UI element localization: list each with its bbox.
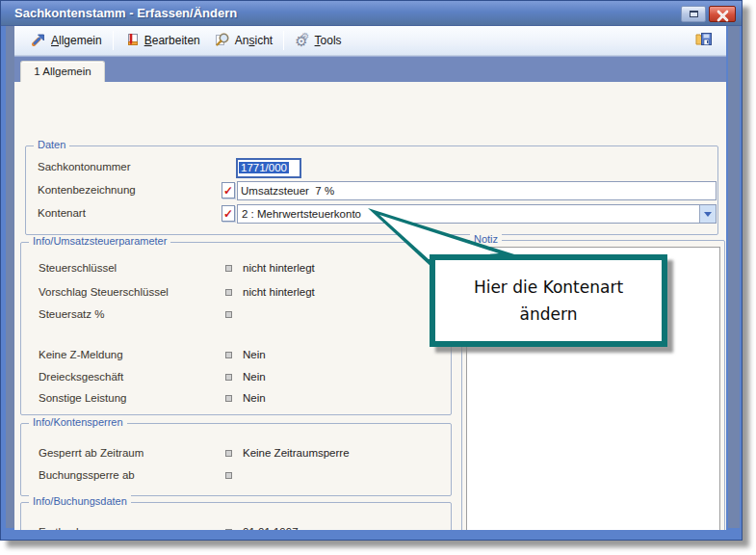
restore-icon — [690, 11, 698, 17]
label-kontenbezeichnung: Kontenbezeichnung — [38, 184, 136, 196]
group-buchungsdaten: Info/Buchungsdaten Erstbuchung am 01.01.… — [20, 502, 452, 530]
toolbar-separator — [283, 31, 284, 50]
group-umsatzsteuerparameter: Info/Umsatzsteuerparameter Steuerschlüss… — [20, 242, 452, 415]
bullet-icon — [225, 311, 232, 318]
gears-icon: ⚙⚙ — [295, 34, 309, 48]
row-label: Erstbuchung am — [39, 526, 119, 530]
toolbar-item-bearbeiten[interactable]: Bearbeiten — [117, 29, 207, 53]
sachkontonummer-input[interactable]: 1771/000 — [236, 158, 301, 178]
row-label: Sonstige Leistung — [39, 392, 126, 404]
row-label: Gesperrt ab Zeitraum — [39, 447, 143, 459]
bullet-icon — [225, 450, 232, 457]
titlebar: Sachkontenstamm - Erfassen/Ändern — [1, 1, 742, 26]
toolbar-item-allgemein[interactable]: Allgemein — [24, 29, 109, 53]
toolbar-item-label: Bearbeiten — [144, 34, 200, 47]
row-value: Nein — [243, 392, 266, 404]
toolbar-item-label: Ansicht — [235, 34, 273, 47]
bullet-icon — [225, 395, 232, 402]
group-daten-title: Daten — [34, 139, 69, 150]
client-area: Allgemein Bearbeiten — [14, 26, 726, 530]
restore-button[interactable] — [681, 6, 706, 22]
group-kontensperren: Info/Kontensperren Gesperrt ab Zeitraum … — [20, 423, 452, 496]
kontenart-dropdown-button[interactable] — [699, 205, 716, 223]
toolbar-separator — [113, 31, 114, 50]
kontenbezeichnung-input[interactable]: Umsatzsteuer 7 % — [237, 181, 717, 200]
kontenart-value: 2 : Mehrwertsteuerkonto — [242, 205, 361, 223]
close-icon — [717, 9, 729, 21]
group-notiz-title: Notiz — [470, 233, 502, 245]
group-kontensperren-title: Info/Kontensperren — [29, 416, 127, 428]
row-label: Keine Z-Meldung — [39, 349, 123, 360]
window-title: Sachkontenstamm - Erfassen/Ändern — [14, 6, 237, 20]
chevron-down-icon — [704, 212, 712, 217]
sachkontonummer-value: 1771/000 — [239, 162, 289, 173]
toolbar-item-label: Tools — [315, 34, 342, 47]
bullet-icon — [225, 265, 232, 272]
row-value: 01.01.1997 — [243, 526, 299, 530]
group-umsatzsteuerparameter-title: Info/Umsatzsteuerparameter — [29, 235, 170, 247]
tab-allgemein[interactable]: 1 Allgemein — [20, 61, 105, 82]
tabstrip: 1 Allgemein — [14, 56, 726, 82]
magnifier-icon — [214, 32, 230, 50]
save-button[interactable] — [692, 28, 715, 54]
nav-arrow-icon — [31, 32, 46, 50]
toolbar-item-ansicht[interactable]: Ansicht — [207, 29, 279, 53]
callout-text-line1: Hier die Kontenart — [474, 278, 623, 297]
label-kontenart: Kontenart — [38, 207, 86, 219]
bullet-icon — [225, 529, 232, 530]
check-icon: ✓ — [222, 182, 235, 198]
bullet-icon — [225, 472, 232, 479]
row-value: Nein — [243, 371, 266, 383]
row-label: Steuerschlüssel — [39, 262, 117, 274]
callout-text-line2: ändern — [520, 304, 578, 324]
close-button[interactable] — [709, 6, 736, 22]
screenshot-stage: Sachkontenstamm - Erfassen/Ändern — [0, 0, 756, 555]
bullet-icon — [225, 374, 232, 381]
callout-box: Hier die Kontenart ändern — [430, 254, 667, 347]
row-value: nicht hinterlegt — [243, 286, 315, 298]
edit-pen-icon — [124, 32, 140, 50]
row-value: Nein — [243, 349, 266, 360]
label-sachkontonummer: Sachkontonummer — [38, 161, 131, 172]
kontenart-dropdown[interactable]: 2 : Mehrwertsteuerkonto — [237, 204, 717, 224]
group-daten: Daten Sachkontonummer 1771/000 Kontenbez… — [25, 145, 718, 235]
row-label: Vorschlag Steuerschlüssel — [39, 286, 169, 298]
group-buchungsdaten-title: Info/Buchungsdaten — [29, 495, 131, 507]
save-icon — [694, 35, 713, 51]
toolbar-item-tools[interactable]: ⚙⚙ Tools — [288, 31, 348, 51]
row-value: Keine Zeitraumsperre — [243, 447, 350, 459]
row-label: Buchungssperre ab — [39, 469, 135, 481]
check-icon: ✓ — [222, 205, 235, 222]
toolbar: Allgemein Bearbeiten — [14, 26, 726, 56]
bullet-icon — [225, 289, 232, 296]
row-label: Steuersatz % — [39, 308, 104, 320]
toolbar-item-label: Allgemein — [51, 34, 102, 47]
window-border-left — [6, 26, 14, 528]
bullet-icon — [225, 352, 232, 358]
row-label: Dreiecksgeschäft — [39, 371, 123, 383]
window-border-right — [728, 26, 740, 528]
row-value: nicht hinterlegt — [243, 262, 315, 274]
app-window: Sachkontenstamm - Erfassen/Ändern — [0, 0, 743, 541]
tab-page-allgemein: Daten Sachkontonummer 1771/000 Kontenbez… — [14, 82, 726, 530]
